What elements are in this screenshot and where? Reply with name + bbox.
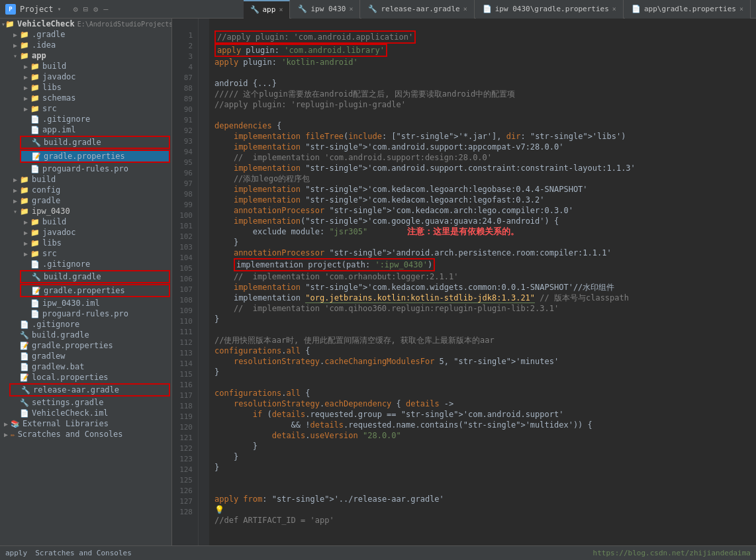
sidebar-item-build-root[interactable]: ▶ 📁 build [0,174,171,185]
minimize-icon[interactable]: — [103,5,108,14]
sidebar-item-libs-ipw[interactable]: ▶ 📁 libs [0,238,171,248]
folder-icon: 📁 [5,20,15,28]
sidebar-item-idea[interactable]: ▶ 📁 .idea [0,40,171,50]
structure-icon[interactable]: ⊟ [83,5,88,14]
sidebar-item-gradlew-bat[interactable]: 📄 gradlew.bat [0,361,171,372]
file-icon: 📄 [30,165,40,173]
sidebar-item-build[interactable]: ▶ 📁 build [0,61,171,71]
tab-ipwprops-label: ipw 0430\gradle.properties [495,5,609,13]
expand-arrow: ▶ [21,218,30,226]
annotation-note: 注意：这里是有依赖关系的。 [407,226,519,236]
sidebar-item-label: build.gradle [32,330,89,340]
tab-ipw0430[interactable]: 🔧 ipw 0430 × [291,0,360,19]
code-line: exclude module: "jsr305"注意：这里是有依赖关系的。 [209,226,756,237]
expand-arrow: ▶ [21,73,30,81]
sidebar-item-label: .gradle [32,30,66,39]
code-line: //使用快照版本aar时, 使用此配置间隔清空缓存, 获取仓库上最新版本的aar [209,335,756,346]
dropdown-arrow[interactable]: ▾ [58,5,62,13]
sidebar-item-label: .gitignore [42,115,90,124]
expand-arrow: ▶ [11,197,20,205]
code-line: // implementation 'com.orhanobut:logger:… [209,271,756,282]
toolbar-icons: ⚙ ⊟ ⚙ — [73,5,109,14]
code-line: } [209,441,756,451]
sidebar-item-gradle-props-ipw[interactable]: 📝 gradle.properties [21,285,169,296]
code-line: implementation "str-single">'com.kedacom… [209,195,756,205]
sidebar-item-scratches[interactable]: ▶ ✏ Scratches and Consoles [0,429,171,440]
sidebar-item-vehiclecheck-iml[interactable]: 📄 VehicleCheck.iml [0,408,171,418]
sidebar-item-javadoc[interactable]: ▶ 📁 javadoc [0,71,171,82]
tab-release-label: release-aar.gradle [381,5,459,13]
tab-release-aar[interactable]: 🔧 release-aar.gradle × [361,0,474,19]
folder-icon: 📁 [20,207,29,216]
code-line: resolutionStrategy.cacheChangingModulesF… [209,356,756,367]
tab-ipwprops-close[interactable]: × [612,5,616,13]
tab-appprops-close[interactable]: × [739,5,743,13]
expand-arrow: ▶ [1,431,11,438]
sidebar-item-label: Scratches and Consoles [18,430,123,439]
sidebar-item-build-gradle-root[interactable]: 🔧 build.gradle [0,330,171,340]
sidebar-item-gradle-folder[interactable]: ▶ 📁 .gradle [0,29,171,40]
scratches-console[interactable]: Scratches and Consoles [35,549,132,557]
title-bar: P Project ▾ ⚙ ⊟ ⚙ — 🔧 app × 🔧 ipw 0430 ×… [0,0,756,19]
sidebar-item-src-ipw[interactable]: ▶ 📁 src [0,248,171,259]
gradle-icon: 🔧 [21,386,30,395]
sidebar-item-build-gradle-app[interactable]: 🔧 build.gradle [21,137,169,148]
settings-icon[interactable]: ⚙ [93,5,98,14]
code-line: implementation "org.jetbrains.kotlin:kot… [209,293,756,303]
sidebar-item-label: libs [42,83,62,92]
sidebar-item-label: javadoc [42,72,76,81]
sidebar-item-gradle-props-app[interactable]: 📝 gradle.properties [21,151,169,162]
code-line: //def ARTIFACT_ID = 'app' [209,515,756,526]
sidebar-item-vehiclecheck[interactable]: ▾ 📁 VehicleCheck E:\AndroidStudioProject… [0,19,171,29]
sidebar-item-gitignore-app[interactable]: 📄 .gitignore [0,114,171,124]
code-line: dependencies { [209,120,756,131]
tab-app-close[interactable]: × [279,6,283,13]
folder-icon: 📁 [30,94,40,103]
project-icon: P [5,4,16,15]
tab-app-props[interactable]: 📄 app\gradle.properties × [625,0,751,19]
code-line: } [209,451,756,462]
sidebar-item-ipw0430[interactable]: ▾ 📁 ipw_0430 [0,206,171,216]
sidebar-red-box-release-aar: 🔧 release-aar.gradle [9,383,170,397]
sidebar-item-src[interactable]: ▶ 📁 src [0,103,171,114]
folder-icon: 📁 [30,239,40,248]
tab-ipw-close[interactable]: × [349,5,353,13]
sidebar-item-proguard-app[interactable]: 📄 proguard-rules.pro [0,163,171,174]
code-line: apply plugin: 'com.android.library' [209,44,756,57]
sidebar-item-ipw-iml[interactable]: 📄 ipw_0430.iml [0,298,171,308]
sidebar-item-gradle-dir[interactable]: ▶ 📁 gradle [0,195,171,206]
sidebar-item-gitignore-ipw[interactable]: 📄 .gitignore [0,259,171,269]
sidebar-item-release-aar[interactable]: 🔧 release-aar.gradle [11,385,169,395]
tab-ipw-label: ipw 0430 [310,5,346,13]
sidebar-item-external-libs[interactable]: ▶ 📚 External Libraries [0,418,171,429]
sidebar-item-javadoc-ipw[interactable]: ▶ 📁 javadoc [0,227,171,238]
sidebar-item-local-props[interactable]: 📝 local.properties [0,372,171,383]
code-content[interactable]: //apply plugin: 'com.android.application… [209,19,756,545]
sidebar-item-proguard-ipw[interactable]: 📄 proguard-rules.pro [0,308,171,319]
tab-app[interactable]: 🔧 app × [244,0,291,19]
tab-app-label: app [263,5,276,14]
sidebar-item-app-iml[interactable]: 📄 app.iml [0,124,171,135]
sidebar-item-gitignore-root[interactable]: 📄 .gitignore [0,319,171,330]
folder-icon: 📁 [30,105,40,113]
sidebar-item-build-ipw[interactable]: ▶ 📁 build [0,216,171,227]
sidebar-item-app[interactable]: ▾ 📁 app [0,50,171,61]
file-icon: 📄 [30,126,40,134]
sidebar-red-box-ipw-gradle: 🔧 build.gradle [20,270,170,283]
sidebar-item-config[interactable]: ▶ 📁 config [0,185,171,195]
expand-arrow: ▶ [21,250,30,257]
sidebar-item-settings-gradle[interactable]: 🔧 settings.gradle [0,397,171,408]
sidebar-item-gradle-props-root[interactable]: 📝 gradle.properties [0,340,171,351]
sidebar-item-gradlew[interactable]: 📄 gradlew [0,351,171,361]
sync-icon[interactable]: ⚙ [73,5,78,14]
code-line: annotationProcessor "str-single">'androi… [209,248,756,258]
expand-arrow: ▶ [21,63,30,70]
tab-ipw-props[interactable]: 📄 ipw 0430\gradle.properties × [476,0,624,19]
folder-icon: 📁 [30,250,40,258]
code-line: } [209,462,756,473]
sidebar-item-schemas[interactable]: ▶ 📁 schemas [0,93,171,103]
folder-icon: 📁 [30,218,40,226]
sidebar-item-build-gradle-ipw[interactable]: 🔧 build.gradle [21,271,169,282]
sidebar-item-libs[interactable]: ▶ 📁 libs [0,82,171,93]
tab-release-close[interactable]: × [463,5,467,13]
